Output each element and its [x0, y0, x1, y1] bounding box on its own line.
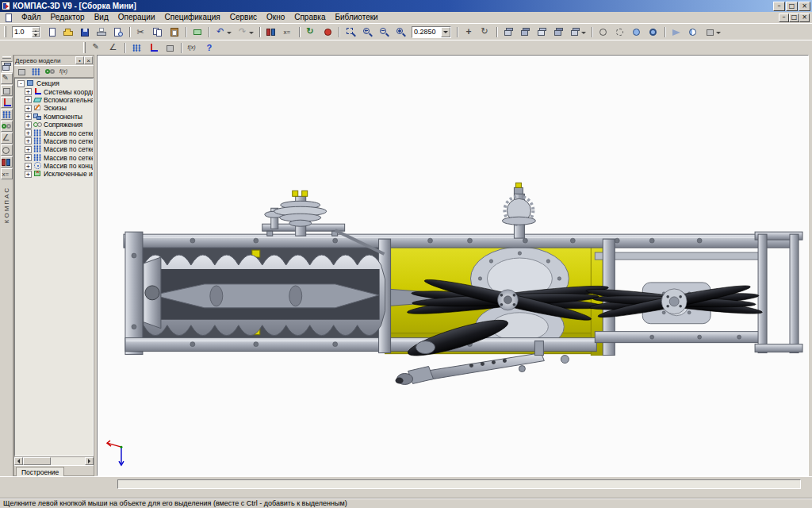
scrollbar-track[interactable] [23, 457, 85, 465]
tree-item-concentric-array[interactable]: + Массив по концентрическо [15, 162, 93, 170]
menu-file[interactable]: Файл [17, 12, 46, 23]
copy-button[interactable] [150, 25, 166, 39]
tree-expander-icon[interactable]: + [25, 88, 32, 95]
redo-button[interactable] [235, 25, 256, 39]
tree-item-grid-array-4[interactable]: + Массив по сетке:4 [15, 154, 93, 162]
scroll-right-icon[interactable] [85, 457, 94, 465]
expressions-button[interactable] [185, 41, 201, 55]
library-manager-button[interactable] [263, 25, 279, 39]
print-button[interactable] [94, 25, 109, 39]
local-csys-button[interactable] [145, 41, 161, 55]
panel-arrays-button[interactable] [1, 109, 13, 120]
toolbar-grip[interactable] [83, 42, 86, 53]
section-view-button[interactable] [685, 25, 701, 39]
tree-item-excluded[interactable]: + Исключенные из тел [15, 170, 93, 178]
tab-construction[interactable]: Построение [16, 467, 64, 476]
perspective-button[interactable] [668, 25, 684, 39]
snap-settings-button[interactable] [162, 41, 178, 55]
panel-surfaces-button[interactable] [1, 85, 13, 96]
tree-expander-icon[interactable]: + [25, 113, 32, 120]
tree-horizontal-scrollbar[interactable] [14, 456, 94, 465]
scrollbar-thumb[interactable] [23, 457, 51, 465]
panel-reports-button[interactable] [1, 168, 13, 179]
panel-specification-button[interactable] [1, 156, 13, 167]
panel-filters-button[interactable] [1, 144, 13, 156]
orientation-front-button[interactable] [500, 25, 516, 39]
copy-properties-button[interactable] [190, 25, 205, 39]
paste-button[interactable] [167, 25, 182, 39]
tree-pin-button[interactable] [75, 56, 84, 64]
grid-toggle-button[interactable] [128, 41, 144, 55]
tree-item-grid-array-2[interactable]: + Массив по сетке:2 [15, 137, 93, 145]
tree-item-grid-array-3[interactable]: + Массив по сетке:3 [15, 145, 93, 153]
minimize-button[interactable]: – [773, 2, 785, 11]
zoom-out-button[interactable] [376, 25, 392, 39]
tree-item-mates[interactable]: + Сопряжения [15, 121, 93, 129]
close-button[interactable]: × [799, 2, 810, 11]
sketch-mode-button[interactable] [89, 41, 105, 55]
open-document-button[interactable] [60, 25, 76, 39]
tree-expander-icon[interactable]: + [25, 171, 32, 178]
cut-button[interactable] [133, 25, 149, 39]
tree-parameters-button[interactable] [58, 67, 71, 77]
save-document-button[interactable] [77, 25, 93, 39]
display-shaded-button[interactable] [629, 25, 645, 39]
panel-spatial-curves-button[interactable] [1, 73, 13, 84]
tree-relations-button[interactable] [44, 67, 57, 77]
tree-expander-icon[interactable]: + [25, 154, 32, 161]
tree-composition-button[interactable] [29, 67, 43, 77]
pan-button[interactable] [461, 25, 477, 39]
menu-window[interactable]: Окно [262, 12, 289, 23]
rebuild-model-button[interactable] [303, 25, 319, 39]
tree-expander-icon[interactable]: + [25, 121, 32, 129]
menu-operations[interactable]: Операции [113, 12, 160, 23]
hide-objects-button[interactable] [702, 25, 723, 39]
app-icon[interactable] [2, 2, 10, 10]
tree-expander-icon[interactable]: + [25, 105, 32, 112]
tree-expander-icon[interactable]: + [25, 146, 32, 153]
abort-button[interactable] [320, 25, 335, 39]
scale-input[interactable] [13, 27, 32, 37]
zoom-input[interactable] [412, 27, 441, 37]
tree-root-section[interactable]: - Секция [15, 79, 93, 87]
document-icon[interactable] [2, 13, 14, 23]
zoom-in-button[interactable] [359, 25, 375, 39]
menu-view[interactable]: Вид [90, 12, 113, 23]
rotate-view-button[interactable] [477, 25, 493, 39]
undo-button[interactable] [213, 25, 234, 39]
child-minimize-button[interactable]: – [779, 13, 789, 22]
orientation-back-button[interactable] [517, 25, 533, 39]
panel-edit-model-button[interactable] [1, 61, 13, 72]
child-close-button[interactable]: × [799, 13, 810, 22]
tree-expander-icon[interactable]: + [25, 96, 32, 103]
tree-item-coordinate-systems[interactable]: + Системы координат [15, 87, 93, 95]
display-wireframe-button[interactable] [596, 25, 611, 39]
scale-spinner[interactable] [32, 27, 40, 37]
zoom-all-button[interactable] [393, 25, 408, 39]
tree-expander-icon[interactable]: + [25, 163, 32, 170]
orientation-left-button[interactable] [550, 25, 566, 39]
panel-grip[interactable] [2, 56, 11, 59]
tree-structure-button[interactable] [15, 67, 29, 77]
menu-editor[interactable]: Редактор [46, 12, 90, 23]
menu-service[interactable]: Сервис [225, 12, 262, 23]
print-preview-button[interactable] [110, 25, 126, 39]
tree-expander-icon[interactable]: - [17, 80, 25, 87]
orientation-top-button[interactable] [534, 25, 550, 39]
menu-specification[interactable]: Спецификация [160, 12, 225, 23]
variables-button[interactable] [280, 25, 296, 39]
panel-measure-button[interactable] [1, 133, 13, 144]
display-hidden-lines-button[interactable] [612, 25, 628, 39]
display-shaded-edges-button[interactable] [645, 25, 661, 39]
tree-close-button[interactable] [84, 56, 93, 64]
zoom-dropdown-icon[interactable] [441, 27, 450, 37]
tree-item-auxiliary-geometry[interactable]: + Вспомогательная геометрия [15, 96, 93, 104]
scroll-left-icon[interactable] [14, 457, 23, 465]
tree-item-components[interactable]: + Компоненты [15, 113, 93, 121]
context-help-button[interactable] [201, 41, 217, 55]
menu-libraries[interactable]: Библиотеки [330, 12, 382, 23]
zoom-area-button[interactable] [343, 25, 358, 39]
maximize-button[interactable]: □ [786, 2, 798, 11]
toolbar-grip[interactable] [4, 26, 6, 37]
menu-help[interactable]: Справка [289, 12, 330, 23]
